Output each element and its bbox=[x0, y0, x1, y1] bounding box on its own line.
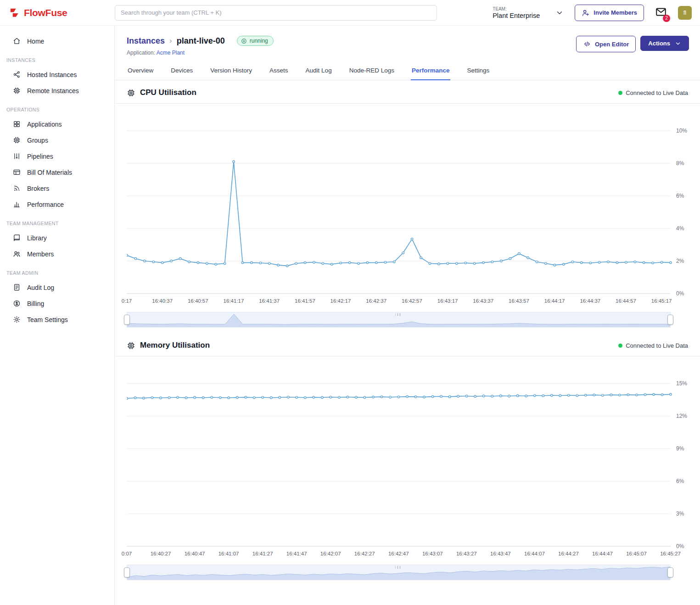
app-logo[interactable]: FlowFuse bbox=[8, 7, 115, 19]
memory-chart-area: 0%3%6%9%12%15%0:0716:40:2716:40:4716:41:… bbox=[115, 356, 700, 580]
avatar[interactable]: fl bbox=[678, 6, 692, 20]
zoom-grip[interactable] bbox=[396, 313, 402, 316]
x-axis-tick-label: 16:43:17 bbox=[437, 298, 458, 304]
tab-audit-log[interactable]: Audit Log bbox=[305, 61, 333, 80]
logo-text: FlowFuse bbox=[24, 7, 67, 18]
svg-text:3%: 3% bbox=[676, 511, 684, 517]
sidebar-item-pipelines[interactable]: Pipelines bbox=[0, 148, 114, 164]
application-line: Application: Acme Plant bbox=[127, 50, 274, 56]
tab-settings[interactable]: Settings bbox=[466, 61, 490, 80]
cpu-chart-area: 0%2%4%6%8%10%0:1716:40:3716:40:5716:41:1… bbox=[115, 104, 700, 327]
actions-button[interactable]: Actions bbox=[640, 36, 689, 51]
instance-tabs: OverviewDevicesVersion HistoryAssetsAudi… bbox=[115, 61, 700, 80]
memory-live-status: Connected to Live Data bbox=[618, 342, 688, 349]
chart-icon bbox=[13, 200, 21, 208]
svg-text:12%: 12% bbox=[676, 413, 687, 419]
x-axis-tick-label: 16:42:27 bbox=[354, 551, 375, 556]
sidebar-item-members[interactable]: Members bbox=[0, 246, 114, 262]
tab-node-red-logs[interactable]: Node-RED Logs bbox=[348, 61, 395, 80]
sidebar-item-hosted-instances[interactable]: Hosted Instances bbox=[0, 67, 114, 83]
sidebar-item-bill-of-materials[interactable]: Bill Of Materials bbox=[0, 164, 114, 180]
zoom-handle-left[interactable] bbox=[124, 315, 130, 325]
chevron-down-icon bbox=[675, 40, 681, 47]
breadcrumb: Instances › plant-live-00 running bbox=[127, 36, 274, 46]
sidebar-item-label: Hosted Instances bbox=[27, 71, 77, 78]
open-editor-button[interactable]: Open Editor bbox=[576, 36, 636, 52]
memory-chart-header: Memory UtilisationConnected to Live Data bbox=[115, 333, 700, 356]
x-axis-tick-label: 16:43:37 bbox=[473, 298, 493, 304]
sidebar-item-label: Audit Log bbox=[27, 284, 54, 291]
team-search bbox=[115, 5, 437, 21]
x-axis-tick-label: 16:41:17 bbox=[224, 298, 244, 304]
application-link[interactable]: Acme Plant bbox=[157, 50, 185, 56]
zoom-handle-right[interactable] bbox=[667, 315, 673, 325]
zoom-grip[interactable] bbox=[396, 566, 402, 569]
cpu-zoom-brush[interactable] bbox=[127, 312, 671, 327]
chevron-down-icon bbox=[555, 9, 564, 17]
x-axis-tick-label: 16:41:07 bbox=[218, 551, 239, 556]
x-axis-tick-label: 16:41:27 bbox=[252, 551, 273, 556]
cpu-live-status: Connected to Live Data bbox=[618, 89, 688, 96]
invite-members-button[interactable]: Invite Members bbox=[575, 5, 644, 21]
status-running-icon bbox=[241, 38, 247, 44]
sidebar-item-label: Applications bbox=[27, 121, 62, 128]
status-label: running bbox=[250, 38, 268, 44]
tab-overview[interactable]: Overview bbox=[127, 61, 154, 80]
tab-devices[interactable]: Devices bbox=[170, 61, 194, 80]
memory-chart-title: Memory Utilisation bbox=[140, 341, 210, 350]
sidebar-item-team-settings[interactable]: Team Settings bbox=[0, 311, 114, 327]
x-axis-tick-label: 16:42:17 bbox=[330, 298, 351, 304]
cpu-chart-title: CPU Utilisation bbox=[140, 88, 196, 97]
sidebar-item-groups[interactable]: Groups bbox=[0, 132, 114, 148]
page-header: Instances › plant-live-00 running Applic… bbox=[115, 26, 700, 56]
book-icon bbox=[13, 234, 21, 242]
sidebar-item-library[interactable]: Library bbox=[0, 230, 114, 246]
sidebar-item-billing[interactable]: Billing bbox=[0, 295, 114, 311]
x-axis-tick-label: 16:44:37 bbox=[580, 298, 600, 304]
tab-version-history[interactable]: Version History bbox=[209, 61, 253, 80]
x-axis-tick-label: 16:42:47 bbox=[388, 551, 409, 556]
notifications-button[interactable]: 2 bbox=[655, 6, 667, 20]
sidebar-item-brokers[interactable]: Brokers bbox=[0, 180, 114, 196]
sidebar-section-team-admin: TEAM ADMIN bbox=[0, 262, 114, 279]
pipelines-icon bbox=[13, 152, 21, 160]
sidebar-item-home[interactable]: Home bbox=[0, 33, 114, 49]
sidebar-item-remote-instances[interactable]: Remote Instances bbox=[0, 83, 114, 99]
sidebar-item-performance[interactable]: Performance bbox=[0, 196, 114, 212]
live-dot-icon bbox=[618, 91, 622, 95]
cpu-x-axis-labels: 0:1716:40:3716:40:5716:41:1716:41:3716:4… bbox=[127, 298, 671, 307]
x-axis-tick-label: 0:07 bbox=[122, 551, 132, 556]
x-axis-tick-label: 16:43:47 bbox=[490, 551, 511, 556]
sidebar-item-applications[interactable]: Applications bbox=[0, 116, 114, 132]
search-input[interactable] bbox=[115, 5, 437, 21]
open-editor-label: Open Editor bbox=[595, 41, 629, 48]
invite-user-icon bbox=[582, 9, 590, 17]
cpu-chart-header: CPU UtilisationConnected to Live Data bbox=[115, 80, 700, 104]
cpu-chart-plot: 0%2%4%6%8%10% bbox=[127, 105, 689, 298]
tab-assets[interactable]: Assets bbox=[269, 61, 289, 80]
chip-icon bbox=[13, 136, 21, 144]
sidebar-item-label: Performance bbox=[27, 201, 64, 208]
editor-icon bbox=[583, 40, 591, 48]
x-axis-tick-label: 16:45:07 bbox=[626, 551, 647, 556]
tab-performance[interactable]: Performance bbox=[411, 61, 451, 80]
memory-chart-icon bbox=[127, 341, 135, 350]
sidebar-item-label: Billing bbox=[27, 300, 44, 307]
sidebar-item-label: Brokers bbox=[27, 185, 49, 192]
memory-x-axis-labels: 0:0716:40:2716:40:4716:41:0716:41:2716:4… bbox=[127, 551, 671, 560]
team-selector[interactable]: TEAM: Plant Enterprise bbox=[493, 6, 564, 19]
zoom-handle-left[interactable] bbox=[124, 567, 130, 577]
doc-icon bbox=[13, 283, 21, 291]
sidebar-item-label: Bill Of Materials bbox=[27, 169, 72, 176]
sidebar-section-operations: OPERATIONS bbox=[0, 99, 114, 116]
x-axis-tick-label: 16:44:07 bbox=[524, 551, 545, 556]
svg-text:0%: 0% bbox=[676, 290, 684, 297]
performance-charts: CPU UtilisationConnected to Live Data0%2… bbox=[115, 80, 700, 580]
svg-text:6%: 6% bbox=[676, 478, 684, 484]
svg-text:0%: 0% bbox=[676, 543, 684, 549]
memory-zoom-brush[interactable] bbox=[127, 565, 671, 580]
breadcrumb-instances[interactable]: Instances bbox=[127, 36, 165, 46]
zoom-handle-right[interactable] bbox=[667, 567, 673, 577]
actions-label: Actions bbox=[648, 40, 670, 47]
sidebar-item-audit-log[interactable]: Audit Log bbox=[0, 279, 114, 295]
